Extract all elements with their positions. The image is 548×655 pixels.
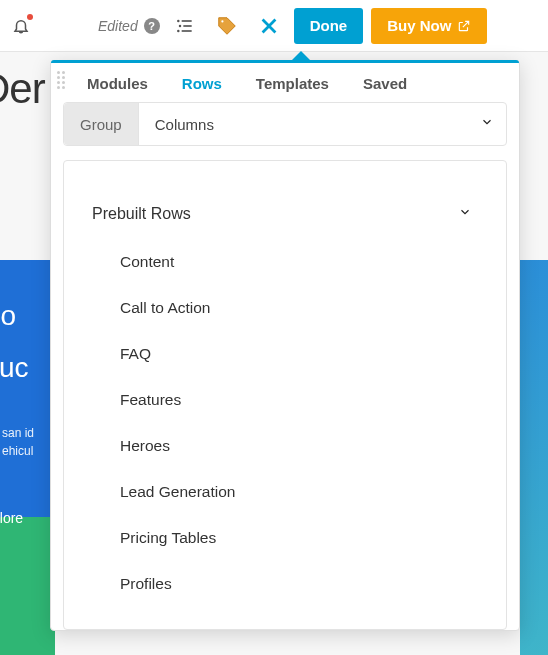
drag-handle[interactable] — [57, 71, 65, 89]
prebuilt-rows-header[interactable]: Prebuilt Rows — [64, 193, 506, 235]
edited-label: Edited — [98, 18, 138, 34]
rows-dropdown: Prebuilt Rows Content Call to Action FAQ… — [63, 160, 507, 630]
close-icon — [258, 15, 280, 37]
external-link-icon — [457, 19, 471, 33]
outline-icon — [175, 16, 195, 36]
tab-rows[interactable]: Rows — [182, 75, 222, 92]
dropdown-scroll[interactable]: Prebuilt Rows Content Call to Action FAQ… — [64, 161, 506, 629]
group-segment[interactable]: Group — [64, 103, 139, 145]
tab-saved[interactable]: Saved — [363, 75, 407, 92]
selector-expand[interactable] — [480, 115, 494, 133]
row-item-profiles[interactable]: Profiles — [64, 561, 506, 607]
svg-point-6 — [221, 20, 223, 22]
row-item-lead-generation[interactable]: Lead Generation — [64, 469, 506, 515]
row-item-heroes[interactable]: Heroes — [64, 423, 506, 469]
row-type-selector: Group Columns — [63, 102, 507, 146]
row-item-features[interactable]: Features — [64, 377, 506, 423]
explore-label: xplore — [0, 510, 55, 526]
outline-button[interactable] — [168, 9, 202, 43]
prebuilt-rows-label: Prebuilt Rows — [92, 205, 191, 223]
hero-text-2: suc — [0, 352, 55, 384]
row-item-pricing-tables[interactable]: Pricing Tables — [64, 515, 506, 561]
tags-icon — [216, 15, 238, 37]
prebuilt-rows-toggle[interactable] — [458, 205, 472, 223]
buy-now-button[interactable]: Buy Now — [371, 8, 487, 44]
hero-small-text: san id ehicul — [2, 424, 55, 460]
page-title-fragment: Der — [0, 65, 45, 113]
hero-background: bo suc san id ehicul xplore — [0, 260, 55, 655]
hero-text-1: bo — [0, 300, 55, 332]
notification-dot — [27, 14, 33, 20]
topbar: Edited ? Done Buy Now — [0, 0, 548, 52]
edited-status: Edited ? — [98, 18, 160, 34]
help-icon[interactable]: ? — [144, 18, 160, 34]
notification-bell[interactable] — [10, 15, 32, 37]
close-panel-button[interactable] — [252, 9, 286, 43]
row-item-call-to-action[interactable]: Call to Action — [64, 285, 506, 331]
row-item-faq[interactable]: FAQ — [64, 331, 506, 377]
tab-templates[interactable]: Templates — [256, 75, 329, 92]
chevron-down-icon — [480, 115, 494, 129]
panel-tabs: Modules Rows Templates Saved — [51, 61, 519, 102]
prebuilt-rows-list: Content Call to Action FAQ Features Hero… — [64, 235, 506, 607]
columns-segment[interactable]: Columns — [139, 103, 230, 145]
buy-now-label: Buy Now — [387, 17, 451, 34]
content-panel: Modules Rows Templates Saved Group Colum… — [50, 60, 520, 631]
tab-modules[interactable]: Modules — [87, 75, 148, 92]
hero-right-fragment — [520, 260, 548, 655]
done-button[interactable]: Done — [294, 8, 364, 44]
chevron-down-icon — [458, 205, 472, 219]
row-item-content[interactable]: Content — [64, 239, 506, 285]
tags-button[interactable] — [210, 9, 244, 43]
